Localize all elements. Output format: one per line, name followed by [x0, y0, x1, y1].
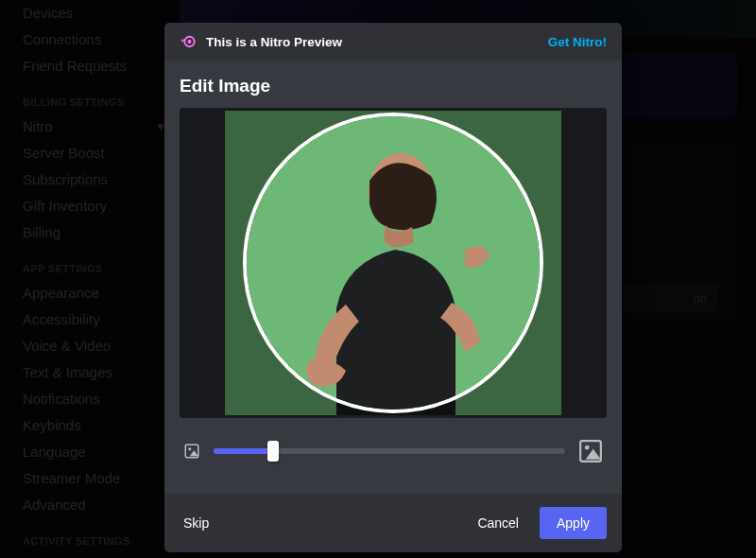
image-small-icon: [183, 443, 200, 460]
image-crop-area[interactable]: [180, 108, 607, 418]
image-preview: [225, 111, 561, 415]
zoom-slider[interactable]: [214, 448, 565, 454]
nitro-preview-banner: This is a Nitro Preview Get Nitro!: [164, 23, 622, 61]
apply-button[interactable]: Apply: [540, 507, 607, 539]
modal-footer: Skip Cancel Apply: [164, 494, 622, 552]
image-large-icon: [578, 439, 603, 463]
cancel-button[interactable]: Cancel: [462, 508, 534, 538]
banner-text: This is a Nitro Preview: [206, 35, 342, 49]
get-nitro-link[interactable]: Get Nitro!: [548, 35, 607, 49]
svg-point-5: [188, 447, 191, 450]
svg-point-1: [188, 40, 192, 44]
modal-title: Edit Image: [180, 76, 607, 96]
nitro-icon: [180, 33, 197, 50]
zoom-slider-row: [164, 418, 622, 480]
modal-header: Edit Image: [164, 61, 622, 108]
crop-circle[interactable]: [243, 113, 543, 413]
skip-button[interactable]: Skip: [180, 508, 213, 538]
svg-point-7: [585, 445, 590, 450]
zoom-slider-fill: [214, 448, 273, 454]
edit-image-modal: This is a Nitro Preview Get Nitro! Edit …: [164, 23, 622, 552]
zoom-slider-thumb[interactable]: [267, 441, 279, 462]
